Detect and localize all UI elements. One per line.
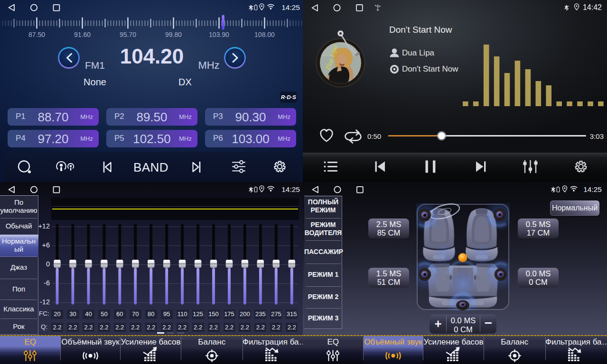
svg-text:Dua Lipa: Dua Lipa	[324, 44, 339, 71]
